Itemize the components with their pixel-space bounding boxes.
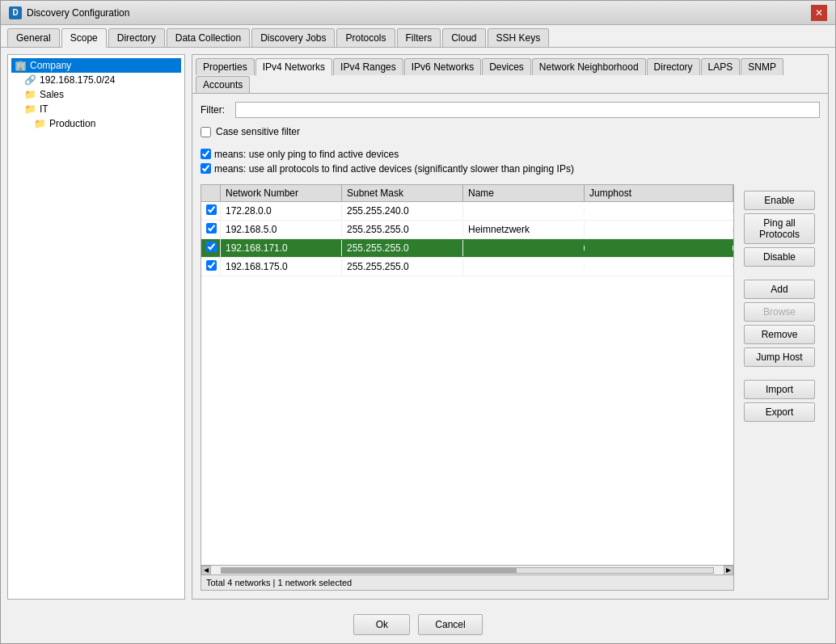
table-row[interactable]: 192.168.175.0 255.255.255.0 [201,258,733,276]
th-name: Name [463,185,585,201]
row1-checkbox[interactable] [206,204,217,215]
it-folder-icon: 📁 [24,103,36,115]
row4-jumphost [585,264,733,269]
browse-button[interactable]: Browse [744,302,815,322]
legend-row-2: means: use all protocols to find active … [201,163,820,175]
th-subnet-mask: Subnet Mask [342,185,463,201]
row2-network: 192.168.5.0 [221,221,342,238]
scrollbar-track[interactable] [221,567,714,574]
legend-checkbox-2 [201,163,211,174]
ok-button[interactable]: Ok [353,614,410,635]
jump-host-button[interactable]: Jump Host [744,347,815,367]
tab-general[interactable]: General [7,28,60,47]
tree-label-company: Company [30,60,71,71]
tree-label-network: 192.168.175.0/24 [40,74,115,86]
tree-item-network[interactable]: 🔗 192.168.175.0/24 [11,73,181,87]
sales-folder-icon: 📁 [24,89,36,100]
tab-accounts[interactable]: Accounts [196,76,250,93]
main-window: D Discovery Configuration ✕ General Scop… [0,0,836,644]
row1-check[interactable] [201,202,221,220]
enable-button[interactable]: Enable [744,191,815,210]
row3-network: 192.168.171.0 [221,240,342,256]
tab-ssh-keys[interactable]: SSH Keys [488,28,550,47]
table-row[interactable]: 192.168.171.0 255.255.255.0 [201,239,733,258]
tab-directory[interactable]: Directory [108,28,165,47]
import-button[interactable]: Import [744,380,815,399]
table-row[interactable]: 172.28.0.0 255.255.240.0 [201,202,733,221]
tree-item-sales[interactable]: 📁 Sales [11,87,181,102]
th-jumphost: Jumphost [585,185,733,201]
case-sensitive-row: Case sensitive filter [201,124,820,139]
action-buttons: Enable Ping all Protocols Disable Add Br… [739,184,820,591]
tab-cloud[interactable]: Cloud [442,28,485,47]
row2-subnet: 255.255.255.0 [342,221,463,238]
row4-name [463,264,585,269]
production-folder-icon: 📁 [34,118,46,129]
tab-snmp[interactable]: SNMP [741,58,783,75]
legend-section: means: use only ping to find active devi… [201,145,820,178]
row2-check[interactable] [201,221,221,238]
row3-subnet: 255.255.255.0 [342,240,463,256]
sub-tab-bar: Properties IPv4 Networks IPv4 Ranges IPv… [192,55,828,94]
remove-button[interactable]: Remove [744,325,815,344]
tab-scope[interactable]: Scope [61,28,107,48]
app-icon: D [9,6,22,19]
tree-label-sales: Sales [40,89,64,100]
tab-protocols[interactable]: Protocols [336,28,395,47]
export-button[interactable]: Export [744,402,815,422]
window-title: Discovery Configuration [27,7,129,19]
networks-table-container: Network Number Subnet Mask Name Jumphost… [201,184,734,591]
close-button[interactable]: ✕ [811,5,827,21]
row3-check[interactable] [201,239,221,257]
tree-label-production: Production [49,118,95,129]
tab-ipv4-networks[interactable]: IPv4 Networks [255,58,332,76]
tab-ipv6-networks[interactable]: IPv6 Networks [404,58,481,75]
disable-button[interactable]: Disable [744,247,815,267]
row1-subnet: 255.255.240.0 [342,203,463,219]
tab-directory[interactable]: Directory [647,58,700,75]
tab-devices[interactable]: Devices [482,58,531,75]
row3-jumphost [585,246,733,250]
th-checkbox [201,185,221,201]
row2-name: Heimnetzwerk [463,221,585,238]
row1-name [463,208,585,213]
row4-subnet: 255.255.255.0 [342,259,463,275]
right-panel: Properties IPv4 Networks IPv4 Ranges IPv… [192,54,829,600]
horizontal-scrollbar[interactable]: ◀ ▶ [201,565,733,575]
legend-row-1: means: use only ping to find active devi… [201,149,820,160]
table-header: Network Number Subnet Mask Name Jumphost [201,185,733,202]
cancel-button[interactable]: Cancel [418,614,482,635]
tab-data-collection[interactable]: Data Collection [167,28,250,47]
add-button[interactable]: Add [744,280,815,299]
scroll-right-arrow[interactable]: ▶ [724,566,733,575]
tab-network-neighborhood[interactable]: Network Neighborhood [532,58,646,75]
scrollbar-thumb[interactable] [222,568,517,573]
filter-input[interactable] [235,102,820,118]
tree-item-production[interactable]: 📁 Production [11,116,181,131]
company-icon: 🏢 [15,60,27,71]
scroll-left-arrow[interactable]: ◀ [201,566,211,575]
tab-laps[interactable]: LAPS [701,58,741,75]
tree-item-it[interactable]: 📁 IT [11,102,181,116]
row2-checkbox[interactable] [206,223,217,234]
main-content: 🏢 Company 🔗 192.168.175.0/24 📁 Sales 📁 I… [1,48,835,606]
tree-item-company[interactable]: 🏢 Company [11,58,181,73]
row1-network: 172.28.0.0 [221,203,342,219]
bottom-buttons: Ok Cancel [1,606,835,643]
tab-ipv4-ranges[interactable]: IPv4 Ranges [333,58,403,75]
table-row[interactable]: 192.168.5.0 255.255.255.0 Heimnetzwerk [201,221,733,239]
tab-properties[interactable]: Properties [196,58,255,75]
case-sensitive-checkbox[interactable] [201,127,211,137]
legend-checkbox-1 [201,149,211,159]
legend-text-1: means: use only ping to find active devi… [214,149,399,160]
row4-check[interactable] [201,258,221,276]
row4-checkbox[interactable] [206,260,217,271]
tab-filters[interactable]: Filters [397,28,441,47]
row3-checkbox[interactable] [206,242,217,252]
network-icon: 🔗 [24,74,36,86]
ping-all-button[interactable]: Ping all Protocols [744,213,815,244]
title-bar: D Discovery Configuration ✕ [1,1,835,25]
tab-discovery-jobs[interactable]: Discovery Jobs [251,28,335,47]
table-body: 172.28.0.0 255.255.240.0 192.168.5.0 255… [201,202,733,565]
tree-panel: 🏢 Company 🔗 192.168.175.0/24 📁 Sales 📁 I… [7,54,185,600]
